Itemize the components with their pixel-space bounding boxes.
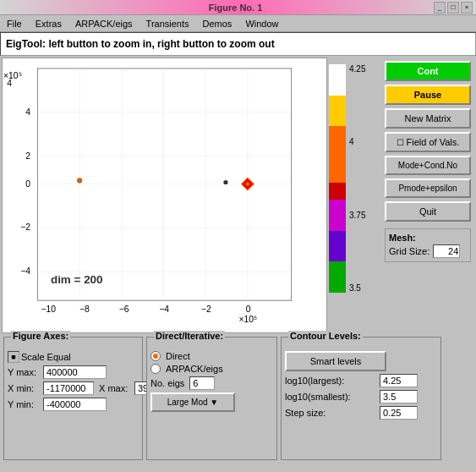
colorbar-area: 4.25 4 3.75 3.5: [329, 58, 380, 333]
log10-largest-label: log10(largest):: [285, 376, 378, 386]
svg-point-29: [246, 182, 249, 185]
no-eigs-row: No. eigs: [150, 376, 273, 390]
svg-text:−4: −4: [159, 305, 169, 314]
title-bar: Figure No. 1 _ □ ×: [0, 0, 476, 15]
new-matrix-button[interactable]: New Matrix: [385, 108, 471, 129]
close-button[interactable]: ×: [461, 2, 473, 14]
quit-button[interactable]: Quit: [385, 201, 471, 222]
step-size-row: Step size:: [285, 406, 437, 420]
menu-arpack[interactable]: ARPACK/eigs: [72, 18, 136, 30]
svg-text:dim = 200: dim = 200: [51, 273, 103, 286]
x-min-label: X min:: [8, 383, 41, 393]
svg-text:×10⁵: ×10⁵: [238, 315, 257, 324]
mesh-label: Mesh:: [389, 233, 467, 243]
plot-svg: 4 2 0 −2 −4 4 ×10⁵ −10 −8 −6 −4 −2 0 ×10…: [3, 58, 326, 332]
title-bar-controls: _ □ ×: [434, 2, 473, 14]
svg-text:−8: −8: [79, 305, 90, 314]
menu-bar: File Extras ARPACK/eigs Transients Demos…: [0, 15, 476, 32]
svg-text:−2: −2: [201, 305, 211, 314]
right-panel: Cont Pause New Matrix ☐ Field of Vals. M…: [381, 58, 474, 333]
figure-axes-content: ■ Scale Equal Y max: X min: X max: Y min…: [8, 351, 139, 411]
svg-point-27: [223, 180, 227, 184]
no-eigs-input[interactable]: [189, 376, 215, 390]
y-min-input[interactable]: [43, 398, 107, 411]
menu-file[interactable]: File: [3, 18, 25, 30]
y-max-input[interactable]: [43, 365, 107, 379]
direct-iterative-panel: Direct/Iterative: Direct ARPACK/eigs No.…: [146, 337, 277, 460]
cont-button[interactable]: Cont: [385, 61, 471, 81]
menu-transients[interactable]: Transients: [143, 18, 193, 30]
svg-text:−2: −2: [20, 222, 30, 232]
direct-radio[interactable]: [150, 351, 161, 361]
field-of-vals-button[interactable]: ☐ Field of Vals.: [385, 132, 471, 152]
y-min-label: Y min:: [8, 399, 41, 409]
pmode-epsilon-button[interactable]: Pmode+epsilon: [385, 178, 471, 198]
no-eigs-label: No. eigs: [150, 378, 184, 388]
radio-dot: [153, 354, 158, 359]
figure-axes-title: Figure Axes:: [11, 331, 70, 341]
svg-text:0: 0: [25, 179, 30, 189]
svg-text:−10: −10: [41, 305, 57, 314]
direct-radio-row: Direct: [150, 351, 273, 361]
figure-axes-panel: Figure Axes: ■ Scale Equal Y max: X min:…: [3, 337, 143, 460]
log10-largest-row: log10(largest):: [285, 374, 437, 387]
direct-iterative-title: Direct/Iterative:: [154, 331, 225, 341]
minimize-button[interactable]: _: [434, 2, 446, 14]
colorbar-label-top: 4.25: [349, 64, 365, 74]
y-min-row: Y min:: [8, 398, 139, 411]
svg-text:4: 4: [25, 107, 30, 117]
menu-extras[interactable]: Extras: [32, 18, 65, 30]
grid-size-label: Grid Size:: [389, 246, 429, 256]
svg-text:−6: −6: [119, 305, 129, 314]
y-max-label: Y max:: [8, 367, 41, 377]
contour-levels-content: Smart levels log10(largest): log10(small…: [285, 351, 437, 420]
x-range-row: X min: X max:: [8, 381, 139, 395]
maximize-button[interactable]: □: [447, 2, 459, 14]
smart-levels-row: Smart levels: [285, 351, 437, 371]
status-text: EigTool: left button to zoom in, right b…: [6, 38, 275, 50]
colorbar: [329, 64, 346, 293]
menu-window[interactable]: Window: [242, 18, 282, 30]
colorbar-label-2: 4: [349, 137, 365, 146]
large-mod-row: Large Mod ▼: [150, 392, 273, 412]
x-min-input[interactable]: [43, 381, 94, 395]
scale-equal-label: Scale Equal: [21, 352, 71, 362]
direct-label: Direct: [166, 351, 190, 361]
colorbar-labels: 4.25 4 3.75 3.5: [346, 64, 365, 293]
step-size-input[interactable]: [380, 406, 418, 420]
pause-button[interactable]: Pause: [385, 85, 471, 105]
colorbar-label-3: 3.75: [349, 211, 365, 220]
log10-largest-input[interactable]: [380, 374, 418, 387]
mesh-section: Mesh: Grid Size:: [385, 228, 471, 262]
contour-levels-panel: Contour Levels: Smart levels log10(large…: [281, 337, 441, 460]
svg-point-26: [77, 178, 82, 183]
menu-demos[interactable]: Demos: [200, 18, 236, 30]
main-content: 4 2 0 −2 −4 4 ×10⁵ −10 −8 −6 −4 −2 0 ×10…: [0, 56, 476, 335]
svg-text:×10⁵: ×10⁵: [3, 71, 22, 80]
log10-smallest-label: log10(smallest):: [285, 392, 378, 402]
log10-smallest-row: log10(smallest):: [285, 390, 437, 403]
large-mod-dropdown[interactable]: Large Mod ▼: [150, 392, 235, 412]
bottom-section: Figure Axes: ■ Scale Equal Y max: X min:…: [0, 335, 476, 462]
y-max-row: Y max:: [8, 365, 139, 379]
arpack-label: ARPACK/eigs: [166, 364, 223, 374]
log10-smallest-input[interactable]: [380, 390, 418, 403]
window-title: Figure No. 1: [37, 3, 434, 13]
mesh-row: Grid Size:: [389, 244, 467, 258]
arpack-radio-row: ARPACK/eigs: [150, 364, 273, 374]
arpack-radio[interactable]: [150, 364, 161, 374]
svg-text:2: 2: [25, 151, 30, 161]
smart-levels-button[interactable]: Smart levels: [285, 351, 386, 371]
step-size-label: Step size:: [285, 408, 378, 418]
svg-text:−4: −4: [20, 266, 30, 276]
colorbar-label-bottom: 3.5: [349, 283, 365, 293]
scale-equal-checkbox[interactable]: ■: [8, 351, 19, 363]
mode-cond-button[interactable]: Mode+Cond.No: [385, 156, 471, 175]
grid-size-input[interactable]: [433, 244, 460, 258]
direct-iterative-content: Direct ARPACK/eigs No. eigs Large Mod ▼: [150, 351, 273, 412]
x-max-label: X max:: [99, 383, 133, 393]
svg-text:0: 0: [246, 305, 251, 314]
plot-area[interactable]: 4 2 0 −2 −4 4 ×10⁵ −10 −8 −6 −4 −2 0 ×10…: [2, 58, 327, 333]
contour-levels-title: Contour Levels:: [288, 331, 363, 341]
status-bar: EigTool: left button to zoom in, right b…: [0, 32, 476, 56]
